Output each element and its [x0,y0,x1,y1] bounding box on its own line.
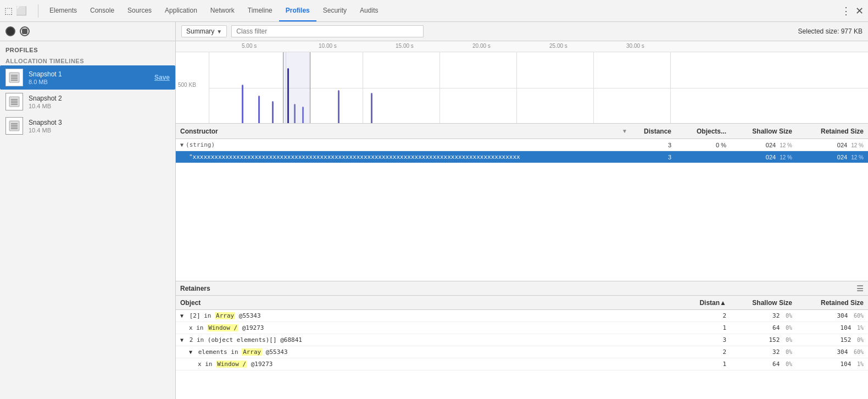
constructor-area: Constructor ▼ Distance Objects... Shallo… [176,124,868,399]
ret-shallow-4: 32 0% [731,348,797,356]
timeline-area[interactable]: 5.00 s 10.00 s 15.00 s 20.00 s 25.00 s 3… [176,41,868,124]
summary-label: Summary [186,27,214,35]
ret-retained-1: 304 60% [797,312,868,319]
main-layout: Profiles ALLOCATION TIMELINES Snapshot 1… [0,22,868,399]
td-string-group: ▼(string) [176,141,632,148]
expand-arrow-string[interactable]: ▼ [180,142,183,148]
timeline-bar-6 [338,90,340,123]
ruler-mark-25: 25.00 s [549,43,567,49]
td-string-shallow: 024 12 % [731,142,797,148]
tab-timeline[interactable]: Timeline [241,0,279,21]
tab-profiles[interactable]: Profiles [279,0,316,21]
ret-dist-2: 1 [687,324,731,331]
selected-size-label: Selected size: 977 KB [798,27,863,35]
ret-highlight-window-2: Window / [216,361,247,368]
th-constructor: Constructor ▼ [176,128,632,135]
tab-elements[interactable]: Elements [43,0,84,21]
snapshot-1-info: Snapshot 1 8.0 MB [29,70,149,85]
snapshot-2-info: Snapshot 2 10.4 MB [29,95,170,109]
snapshot-1-size: 8.0 MB [29,79,149,85]
tab-console[interactable]: Console [84,0,121,21]
nav-right: ⋮ ✕ [841,5,864,17]
timeline-bar-selected-1 [287,68,289,123]
record-button[interactable] [5,26,15,36]
snapshot-item-1[interactable]: Snapshot 1 8.0 MB Save [0,65,175,90]
ruler-mark-30: 30.00 s [626,43,644,49]
summary-dropdown[interactable]: Summary ▼ [181,25,227,37]
ret-dist-3: 3 [687,336,731,343]
snapshot-3-name: Snapshot 3 [29,119,170,126]
ret-dist-5: 1 [687,361,731,368]
scrollbar-icon: ☰ [856,284,864,293]
ruler-mark-10: 10.00 s [319,43,337,49]
close-icon[interactable]: ✕ [855,5,864,17]
ret-row-5[interactable]: x in Window / @19273 1 64 0% 104 1% [176,358,868,370]
ret-expand-3[interactable]: ▼ [180,337,183,343]
tab-sources[interactable]: Sources [121,0,158,21]
device-icon[interactable]: ⬜ [16,5,27,16]
snapshot-2-size: 10.4 MB [29,103,170,109]
snapshot-item-3[interactable]: Snapshot 3 10.4 MB [0,114,175,138]
tab-security[interactable]: Security [316,0,353,21]
sidebar-toolbar [0,22,175,41]
snapshot-2-name: Snapshot 2 [29,95,170,102]
timeline-bar-3 [272,101,274,123]
tab-network[interactable]: Network [204,0,241,21]
td-string-value: "xxxxxxxxxxxxxxxxxxxxxxxxxxxxxxxxxxxxxxx… [176,153,632,160]
ret-shallow-2: 64 0% [731,324,797,331]
stop-button[interactable] [20,26,30,36]
th-distance: Distance [632,128,676,135]
ruler-mark-15: 15.00 s [396,43,414,49]
ret-expand-4[interactable]: ▼ [189,349,192,355]
th-ret-object: Object [176,299,687,307]
td-string-distance: 3 [632,142,676,148]
nav-divider [38,4,38,18]
class-filter-input[interactable] [231,25,424,37]
grid-v-6 [670,52,671,123]
th-retained-size: Retained Size [797,128,868,135]
ruler-mark-5: 5.00 s [242,43,257,49]
cursor-icon[interactable]: ⬚ [4,5,13,16]
th-objects: Objects... [676,128,731,135]
ret-row-2[interactable]: x in Window / @19273 1 64 0% 104 1% [176,322,868,334]
grid-v-0 [209,52,209,123]
devtools-navbar: ⬚ ⬜ Elements Console Sources Application… [0,0,868,22]
snapshot-item-2[interactable]: Snapshot 2 10.4 MB [0,90,175,114]
grid-v-2 [363,52,363,123]
constructor-table-body: ▼(string) 3 0 % 024 12 % 024 12 % "xxxxx… [176,139,868,281]
snapshot-3-size: 10.4 MB [29,127,170,134]
tab-application[interactable]: Application [158,0,204,21]
snapshot-icon-1 [5,69,23,86]
more-options-icon[interactable]: ⋮ [841,5,851,17]
th-ret-retained: Retained Size [797,299,868,307]
ret-row-4[interactable]: ▼ elements in Array @55343 2 32 0% 304 6… [176,346,868,358]
snapshot-1-name: Snapshot 1 [29,70,149,78]
ret-shallow-3: 152 0% [731,336,797,343]
constructor-filter-icon[interactable]: ▼ [622,128,627,134]
table-row-string-group[interactable]: ▼(string) 3 0 % 024 12 % 024 12 % [176,139,868,151]
ret-row-1[interactable]: ▼ [2] in Array @55343 2 32 0% 304 60% [176,310,868,322]
retainers-section: Retainers ☰ Object Distan▲ Shallow Size … [176,281,868,399]
svg-rect-5 [9,97,19,107]
constructor-table-header: Constructor ▼ Distance Objects... Shallo… [176,124,868,139]
ret-dist-1: 2 [687,312,731,319]
timeline-bar-7 [371,93,372,123]
tab-audits[interactable]: Audits [353,0,385,21]
td-string-value-distance: 3 [632,154,676,160]
ret-retained-3: 152 0% [797,336,868,343]
td-string-value-shallow: 024 12 % [731,154,797,160]
grid-v-5 [593,52,594,123]
retainers-table-header: Object Distan▲ Shallow Size Retained Siz… [176,296,868,310]
nav-icons: ⬚ ⬜ [4,5,27,16]
ret-row-3[interactable]: ▼ 2 in (object elements)[] @68841 3 152 … [176,334,868,346]
nav-tabs: Elements Console Sources Application Net… [43,0,841,21]
save-button[interactable]: Save [154,74,170,81]
table-row-string-value[interactable]: "xxxxxxxxxxxxxxxxxxxxxxxxxxxxxxxxxxxxxxx… [176,151,868,163]
th-shallow-size: Shallow Size [731,128,797,135]
sidebar-group-title: ALLOCATION TIMELINES [0,56,175,65]
svg-rect-0 [9,73,19,82]
ruler-mark-20: 20.00 s [472,43,491,49]
right-panel: Summary ▼ Selected size: 977 KB 5.00 s 1… [176,22,868,399]
ret-expand-1[interactable]: ▼ [180,313,183,319]
kb-label: 500 KB [178,82,196,88]
